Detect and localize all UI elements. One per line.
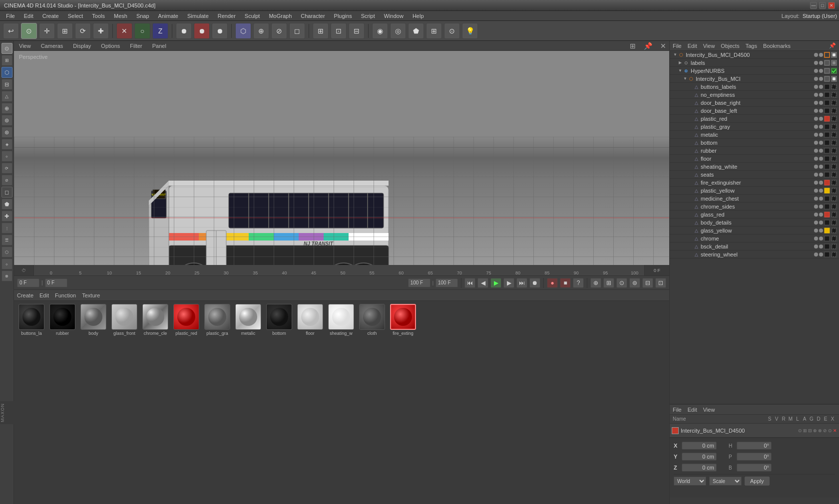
coord-h-val[interactable] xyxy=(737,442,772,450)
add-button[interactable]: ✚ xyxy=(93,23,109,39)
record-all-button[interactable]: ⏺ xyxy=(212,23,228,39)
menu-select[interactable]: Select xyxy=(64,12,87,20)
apply-button[interactable]: Apply xyxy=(745,477,770,486)
chk-bm[interactable] xyxy=(831,76,837,82)
camera-button[interactable]: ◉ xyxy=(372,23,388,39)
menu-help[interactable]: Help xyxy=(409,12,428,20)
object-mode-button[interactable]: ⬡ xyxy=(235,23,251,39)
tree-row-plastic-yellow[interactable]: △ plastic_yellow xyxy=(670,187,839,195)
expand-labels[interactable]: ▶ xyxy=(678,60,683,65)
vp-maximize[interactable]: ⊞ xyxy=(630,42,636,50)
tl-info-button[interactable]: ? xyxy=(573,278,584,288)
move-button[interactable]: ✛ xyxy=(39,23,55,39)
expand-hypernurbs[interactable]: ▼ xyxy=(678,68,683,73)
om-menu-file[interactable]: File xyxy=(673,43,682,49)
record-button-tl[interactable]: ⏺ xyxy=(529,278,540,288)
lights-button[interactable]: ◎ xyxy=(390,23,406,39)
tl-key-button[interactable]: ● xyxy=(547,278,558,288)
expand-root[interactable]: ▼ xyxy=(673,52,678,57)
tl-mode-6[interactable]: ⊡ xyxy=(655,278,666,288)
tool-move[interactable]: ⊞ xyxy=(1,55,12,66)
mat-menu-function[interactable]: Function xyxy=(55,292,76,298)
close-button[interactable]: ✕ xyxy=(828,2,835,9)
menu-render[interactable]: Render xyxy=(214,12,240,20)
viewport-render-button[interactable]: ⊞ xyxy=(313,23,329,39)
tree-row-medicine-chest[interactable]: △ medicine_chest xyxy=(670,195,839,203)
sq-root[interactable] xyxy=(824,52,830,58)
tree-row-hypernurbs[interactable]: ▼ ⊕ HyperNURBS xyxy=(670,67,839,75)
play-button[interactable]: ▶ xyxy=(490,278,501,288)
sky-button[interactable]: ⊙ xyxy=(444,23,460,39)
tool-b2[interactable]: ⊕ xyxy=(1,103,12,114)
coord-b-val[interactable] xyxy=(737,464,772,472)
om-menu-objects[interactable]: Objects xyxy=(721,43,739,49)
tree-row-chrome-sides[interactable]: △ chrome_sides xyxy=(670,203,839,211)
record-button[interactable]: ⏺ xyxy=(176,23,192,39)
vp-menu-view[interactable]: View xyxy=(17,43,33,49)
mat-item-bottom[interactable]: bottom xyxy=(265,304,294,336)
points-mode-button[interactable]: ⊕ xyxy=(253,23,269,39)
sq-bl[interactable] xyxy=(824,84,830,90)
mat-item-sheating-w[interactable]: sheating_w xyxy=(327,304,356,336)
coord-scale-select[interactable]: Scale xyxy=(709,477,742,486)
om-pin[interactable]: 📌 xyxy=(829,42,836,49)
tree-row-seats[interactable]: △ seats xyxy=(670,171,839,179)
chk-root[interactable] xyxy=(831,52,837,58)
attr-icon-close[interactable]: ✕ xyxy=(833,428,837,433)
tl-mode-2[interactable]: ⊞ xyxy=(603,278,614,288)
menu-mograph[interactable]: MoGraph xyxy=(265,12,296,20)
mat-item-glass-front[interactable]: glass_front xyxy=(110,304,139,336)
attr-menu-view[interactable]: View xyxy=(703,407,715,413)
scale-button[interactable]: ⊞ xyxy=(57,23,73,39)
tree-row-fire-ext[interactable]: △ fire_extinguisher xyxy=(670,179,839,187)
om-menu-view[interactable]: View xyxy=(703,43,715,49)
tree-row-no-emptiness[interactable]: △ no_emptiness xyxy=(670,91,839,99)
mat-menu-texture[interactable]: Texture xyxy=(82,292,100,298)
bulb-button[interactable]: 💡 xyxy=(462,23,478,39)
dot-vis-bl[interactable] xyxy=(814,85,818,89)
attr-icon-6[interactable]: ⊘ xyxy=(823,428,827,433)
coord-z-pos[interactable] xyxy=(682,464,717,472)
tree-row-glass-yellow[interactable]: △ glass_yellow xyxy=(670,227,839,235)
om-menu-tags[interactable]: Tags xyxy=(746,43,757,49)
vp-pin[interactable]: 📌 xyxy=(644,42,652,50)
menu-window[interactable]: Window xyxy=(380,12,408,20)
live-select-button[interactable]: ⊙ xyxy=(21,23,37,39)
poly-mode-button[interactable]: ◻ xyxy=(289,23,305,39)
tool-b9[interactable]: ◻ xyxy=(1,187,12,198)
end-frame-input[interactable] xyxy=(435,278,458,287)
render-region-button[interactable]: ⊡ xyxy=(331,23,347,39)
dot-vis-root[interactable] xyxy=(814,53,818,57)
maximize-button[interactable]: □ xyxy=(819,2,826,9)
chk-bl[interactable] xyxy=(831,84,837,90)
menu-script[interactable]: Script xyxy=(357,12,379,20)
mat-menu-create[interactable]: Create xyxy=(17,292,33,298)
dot-vis-labels[interactable] xyxy=(814,61,818,65)
attr-menu-edit[interactable]: Edit xyxy=(688,407,697,413)
vp-menu-filter[interactable]: Filter xyxy=(128,43,144,49)
tool-b11[interactable]: ✚ xyxy=(1,211,12,222)
mat-item-rubber[interactable]: rubber xyxy=(48,304,77,336)
tree-row-plastic-gray[interactable]: △ plastic_gray xyxy=(670,123,839,131)
tree-row-door-right[interactable]: △ door_base_right xyxy=(670,99,839,107)
prev-frame-button[interactable]: ◀ xyxy=(477,278,488,288)
tl-mode-3[interactable]: ⊙ xyxy=(616,278,627,288)
next-frame-button[interactable]: ▶ xyxy=(503,278,514,288)
coord-x-pos[interactable] xyxy=(682,442,717,450)
tl-mode-1[interactable]: ⊕ xyxy=(590,278,601,288)
dot-ren-root[interactable] xyxy=(819,53,823,57)
menu-character[interactable]: Character xyxy=(297,12,329,20)
tree-row-steering-wheel[interactable]: △ steering_wheel xyxy=(670,251,839,258)
dot-vis-bm[interactable] xyxy=(814,77,818,81)
mat-item-fire-exting[interactable]: fire_exting xyxy=(389,304,418,336)
menu-sculpt[interactable]: Sculpt xyxy=(241,12,264,20)
current-frame-input[interactable] xyxy=(17,278,39,287)
tl-mode-4[interactable]: ⊚ xyxy=(629,278,640,288)
menu-plugins[interactable]: Plugins xyxy=(330,12,356,20)
mat-item-plastic-red[interactable]: plastic_red xyxy=(172,304,201,336)
coord-p-val[interactable] xyxy=(737,453,772,461)
dot-ren-labels[interactable] xyxy=(819,61,823,65)
tree-row-bsck-detail[interactable]: △ bsck_detail xyxy=(670,243,839,251)
edge-mode-button[interactable]: ⊘ xyxy=(271,23,287,39)
tool-select[interactable]: ⊙ xyxy=(1,43,12,54)
